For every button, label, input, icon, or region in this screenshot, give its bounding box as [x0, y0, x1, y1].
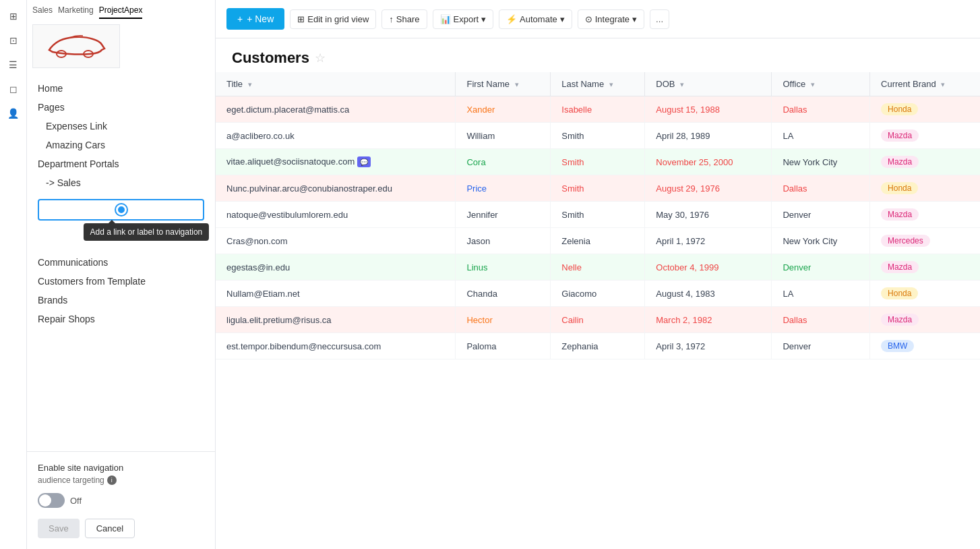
- audience-targeting-toggle[interactable]: [38, 493, 65, 508]
- cell-firstname: Hector: [456, 307, 551, 333]
- sort-icon-office: ▾: [811, 80, 815, 88]
- cell-office: Dallas: [772, 175, 870, 202]
- export-chevron-icon: ▾: [481, 14, 486, 24]
- cell-office: Denver: [772, 202, 870, 228]
- table-row[interactable]: vitae.aliquet@sociisnatoque.com💬CoraSmit…: [216, 149, 980, 175]
- cell-office: Denver: [772, 254, 870, 281]
- grid-nav-icon[interactable]: ⊡: [3, 30, 24, 51]
- home-nav-icon[interactable]: ⊞: [3, 5, 24, 27]
- cell-lastname: Smith: [551, 149, 645, 175]
- table-row[interactable]: ligula.elit.pretium@risus.caHectorCailin…: [216, 307, 980, 333]
- nav-item-brands[interactable]: Brands ···: [27, 291, 215, 310]
- tab-sales[interactable]: Sales: [32, 5, 53, 19]
- new-icon: +: [237, 13, 243, 24]
- toggle-label: Off: [70, 496, 82, 506]
- integrate-chevron-icon: ▾: [632, 14, 637, 24]
- document-nav-icon[interactable]: ◻: [3, 78, 24, 100]
- nav-input-handle: [116, 204, 127, 215]
- col-office[interactable]: Office ▾: [772, 72, 870, 96]
- main-content: + + New ⊞ Edit in grid view ↑ Share 📊 Ex…: [216, 0, 980, 549]
- car-logo-svg: [42, 30, 110, 63]
- people-nav-icon[interactable]: 👤: [3, 103, 24, 124]
- table-header-row: Title ▾ First Name ▾ Last Name ▾ DOB ▾: [216, 72, 980, 96]
- brand-badge: Honda: [881, 182, 918, 194]
- more-options-button[interactable]: ...: [650, 9, 669, 29]
- table-row[interactable]: natoque@vestibulumlorem.eduJenniferSmith…: [216, 202, 980, 228]
- nav-item-sales-link[interactable]: -> Sales ···: [27, 173, 215, 192]
- cell-brand: Mercedes: [870, 228, 980, 254]
- cell-title: a@aclibero.co.uk: [216, 123, 456, 149]
- cell-lastname: Smith: [551, 175, 645, 202]
- chat-icon[interactable]: 💬: [357, 156, 371, 167]
- col-first-name[interactable]: First Name ▾: [456, 72, 551, 96]
- nav-item-home[interactable]: Home ···: [27, 79, 215, 98]
- brand-badge: Honda: [881, 287, 918, 299]
- cell-firstname: Jason: [456, 228, 551, 254]
- sort-icon-lastname: ▾: [609, 80, 613, 88]
- automate-chevron-icon: ▾: [560, 14, 565, 24]
- customers-table: Title ▾ First Name ▾ Last Name ▾ DOB ▾: [216, 72, 980, 359]
- tab-marketing[interactable]: Marketing: [58, 5, 94, 19]
- share-button[interactable]: ↑ Share: [381, 9, 427, 29]
- favorite-icon[interactable]: ☆: [315, 51, 326, 65]
- nav-item-communications[interactable]: Communications ···: [27, 253, 215, 272]
- grid-icon: ⊞: [297, 14, 305, 24]
- sort-icon-title: ▾: [248, 80, 252, 88]
- col-last-name[interactable]: Last Name ▾: [551, 72, 645, 96]
- cell-title: est.tempor.bibendum@neccursusa.com: [216, 333, 456, 359]
- cell-title: Nunc.pulvinar.arcu@conubianostraper.edu: [216, 175, 456, 202]
- export-button[interactable]: 📊 Export ▾: [433, 9, 494, 29]
- nav-item-pages[interactable]: Pages ···: [27, 98, 215, 117]
- nav-items-list: Home ··· Pages ··· Expenses Link ··· Ama…: [27, 74, 215, 451]
- nav-tab-bar: Sales Marketing ProjectApex: [27, 0, 215, 19]
- brand-badge: BMW: [881, 340, 914, 352]
- nav-item-expenses-link[interactable]: Expenses Link ···: [27, 117, 215, 136]
- cell-title: vitae.aliquet@sociisnatoque.com💬: [216, 149, 456, 175]
- table-row[interactable]: a@aclibero.co.ukWilliamSmithApril 28, 19…: [216, 123, 980, 149]
- sort-icon-dob: ▾: [680, 80, 684, 88]
- footer-buttons: Save Cancel: [38, 519, 204, 538]
- table-row[interactable]: eget.dictum.placerat@mattis.caXanderIsab…: [216, 96, 980, 123]
- cell-dob: November 25, 2000: [645, 149, 772, 175]
- page-title: Customers: [232, 49, 309, 67]
- table-row[interactable]: est.tempor.bibendum@neccursusa.comPaloma…: [216, 333, 980, 359]
- save-button[interactable]: Save: [38, 519, 80, 538]
- table-row[interactable]: egestas@in.eduLinusNelleOctober 4, 1999D…: [216, 254, 980, 281]
- cell-lastname: Zephania: [551, 333, 645, 359]
- cell-firstname: Chanda: [456, 281, 551, 307]
- cell-dob: April 28, 1989: [645, 123, 772, 149]
- toggle-knob: [39, 494, 51, 507]
- nav-item-customers-template[interactable]: Customers from Template ···: [27, 272, 215, 291]
- cancel-button[interactable]: Cancel: [85, 519, 135, 538]
- brand-badge: Mazda: [881, 156, 919, 168]
- cell-brand: Honda: [870, 96, 980, 123]
- new-button[interactable]: + + New: [226, 8, 284, 30]
- cell-brand: Mazda: [870, 149, 980, 175]
- list-nav-icon[interactable]: ☰: [3, 54, 24, 76]
- nav-item-dept-portals[interactable]: Department Portals ···: [27, 154, 215, 173]
- nav-item-amazing-cars[interactable]: Amazing Cars ···: [27, 136, 215, 154]
- table-container: Title ▾ First Name ▾ Last Name ▾ DOB ▾: [216, 72, 980, 549]
- nav-item-repair-shops[interactable]: Repair Shops ···: [27, 310, 215, 328]
- cell-title: natoque@vestibulumlorem.edu: [216, 202, 456, 228]
- cell-title: Nullam@Etiam.net: [216, 281, 456, 307]
- toolbar: + + New ⊞ Edit in grid view ↑ Share 📊 Ex…: [216, 0, 980, 38]
- col-brand[interactable]: Current Brand ▾: [870, 72, 980, 96]
- edit-grid-button[interactable]: ⊞ Edit in grid view: [290, 9, 376, 29]
- table-row[interactable]: Nunc.pulvinar.arcu@conubianostraper.eduP…: [216, 175, 980, 202]
- sort-icon-brand: ▾: [941, 80, 945, 88]
- page-header: Customers ☆: [216, 38, 980, 72]
- cell-firstname: Paloma: [456, 333, 551, 359]
- automate-button[interactable]: ⚡ Automate ▾: [499, 9, 572, 29]
- col-dob[interactable]: DOB ▾: [645, 72, 772, 96]
- nav-sidebar: Sales Marketing ProjectApex Home ··· Pag…: [27, 0, 216, 549]
- brand-badge: Honda: [881, 103, 918, 115]
- cell-lastname: Cailin: [551, 307, 645, 333]
- cell-office: Dallas: [772, 307, 870, 333]
- cell-dob: March 2, 1982: [645, 307, 772, 333]
- table-row[interactable]: Cras@non.comJasonZeleniaApril 1, 1972New…: [216, 228, 980, 254]
- col-title[interactable]: Title ▾: [216, 72, 456, 96]
- table-row[interactable]: Nullam@Etiam.netChandaGiacomoAugust 4, 1…: [216, 281, 980, 307]
- tab-projectapex[interactable]: ProjectApex: [99, 5, 143, 19]
- integrate-button[interactable]: ⊙ Integrate ▾: [578, 9, 644, 29]
